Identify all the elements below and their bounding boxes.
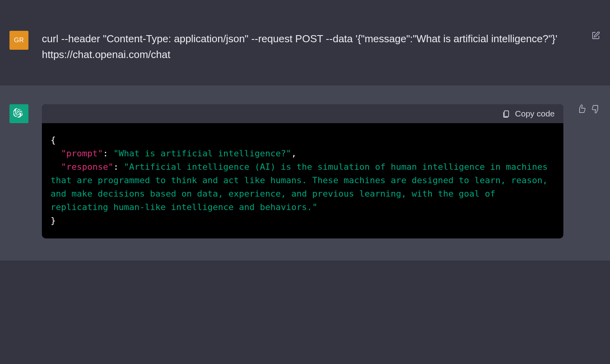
assistant-actions bbox=[577, 104, 601, 239]
assistant-content: Copy code { "prompt": "What is artificia… bbox=[42, 104, 571, 239]
window-top-strip bbox=[0, 0, 610, 12]
user-message-row: GR curl --header "Content-Type: applicat… bbox=[0, 12, 610, 85]
user-avatar-initials: GR bbox=[14, 37, 24, 44]
thumbs-up-icon[interactable] bbox=[577, 104, 586, 114]
user-avatar: GR bbox=[9, 31, 28, 50]
assistant-avatar bbox=[9, 104, 28, 123]
user-content: curl --header "Content-Type: application… bbox=[42, 31, 586, 63]
user-actions bbox=[591, 31, 601, 63]
edit-icon[interactable] bbox=[591, 31, 601, 40]
copy-code-label: Copy code bbox=[515, 109, 555, 118]
json-val-response: "Artificial intelligence (AI) is the sim… bbox=[51, 162, 553, 212]
json-key-prompt: "prompt" bbox=[61, 148, 103, 158]
clipboard-icon bbox=[502, 109, 510, 118]
code-block: Copy code { "prompt": "What is artificia… bbox=[42, 104, 563, 239]
thumbs-down-icon[interactable] bbox=[591, 104, 601, 114]
user-message-text: curl --header "Content-Type: application… bbox=[42, 31, 578, 63]
json-val-prompt: "What is artificial intelligence?" bbox=[113, 148, 291, 158]
assistant-message-row: Copy code { "prompt": "What is artificia… bbox=[0, 85, 610, 261]
svg-rect-0 bbox=[504, 111, 508, 116]
json-key-response: "response" bbox=[61, 162, 113, 172]
openai-logo-icon bbox=[13, 108, 25, 120]
avatar-column: GR bbox=[9, 31, 42, 63]
avatar-column bbox=[9, 104, 42, 239]
copy-code-button[interactable]: Copy code bbox=[502, 109, 555, 118]
code-block-header: Copy code bbox=[42, 104, 563, 123]
code-block-body[interactable]: { "prompt": "What is artificial intellig… bbox=[42, 123, 563, 239]
